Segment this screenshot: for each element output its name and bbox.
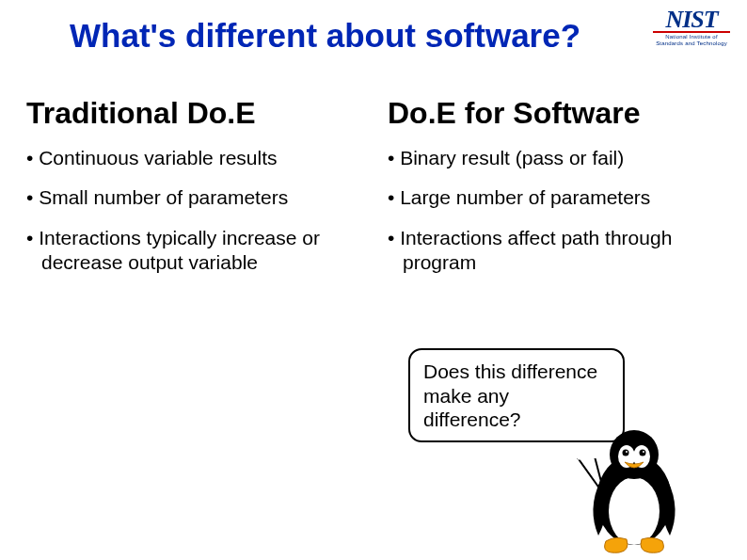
penguin-icon [578,424,691,560]
svg-point-9 [643,451,644,453]
svg-point-8 [626,451,628,453]
list-item: Interactions affect path through program [388,226,721,276]
list-item: Continuous variable results [26,146,359,170]
nist-logo-text: NIST [653,9,730,30]
columns: Traditional Do.E Continuous variable res… [26,96,721,290]
svg-point-7 [640,450,646,456]
list-item: Small number of parameters [26,185,359,210]
svg-point-6 [623,450,629,456]
right-bullets: Binary result (pass or fail) Large numbe… [388,146,721,275]
nist-logo-subtitle2: Standards and Technology [653,40,730,47]
list-item: Large number of parameters [388,185,721,210]
list-item: Interactions typically increase or decre… [26,226,359,276]
left-bullets: Continuous variable results Small number… [26,146,359,275]
slide-title: What's different about software? [70,17,580,55]
nist-logo: NIST National Institute of Standards and… [653,9,730,47]
svg-point-2 [609,477,660,545]
list-item: Binary result (pass or fail) [388,146,721,170]
right-column-heading: Do.E for Software [388,96,721,131]
left-column: Traditional Do.E Continuous variable res… [26,96,359,290]
nist-logo-subtitle1: National Institute of [653,34,730,40]
left-column-heading: Traditional Do.E [26,96,359,131]
right-column: Do.E for Software Binary result (pass or… [388,96,721,290]
